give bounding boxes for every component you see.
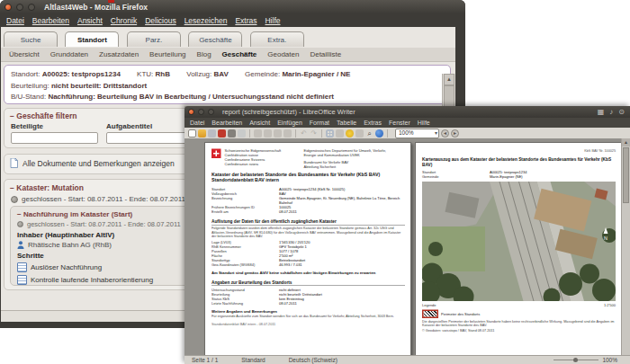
new-document-icon[interactable] (188, 129, 196, 138)
subtab-geodaten[interactable]: Geodaten (267, 50, 299, 58)
status-style[interactable]: Standard (241, 357, 265, 363)
subtab-zusatzdaten[interactable]: Zusatzdaten (99, 50, 139, 58)
menu-ansicht[interactable]: Ansicht (249, 120, 270, 126)
menu-chronik[interactable]: Chronik (111, 16, 137, 25)
menu-einfuegen[interactable]: Einfügen (277, 120, 302, 126)
document-area: Schweizerische Eidgenossenschaft Confédé… (184, 138, 630, 356)
document-page-2: KbS BAV Nr. 100025 Kartenauszug aus dem … (415, 142, 622, 356)
tab-extra[interactable]: Extra. (250, 31, 304, 47)
writer-menubar: Datei Bearbeiten Ansicht Einfügen Format… (184, 118, 630, 128)
menu-hilfe[interactable]: Hilfe (418, 120, 430, 126)
menu-ansicht[interactable]: Ansicht (77, 16, 103, 25)
close-button[interactable] (188, 109, 194, 115)
subtab-geschaefte[interactable]: Geschäfte (222, 50, 257, 58)
menu-bearbeiten[interactable]: Bearbeiten (32, 16, 69, 25)
menu-bearbeiten[interactable]: Bearbeiten (212, 120, 242, 126)
table-icon[interactable] (326, 129, 334, 138)
tab-suche[interactable]: Suche (4, 31, 58, 47)
menu-tabelle[interactable]: Tabelle (337, 120, 356, 126)
copy-icon[interactable] (264, 129, 272, 138)
undo-icon[interactable]: ↶ (300, 129, 308, 138)
open-icon[interactable] (198, 129, 206, 138)
data-label: Letzte Nachführung (212, 301, 279, 306)
gallery-icon[interactable] (346, 129, 354, 138)
next-page-button[interactable]: ▸ (451, 129, 459, 138)
info-label: Standort: (11, 70, 40, 78)
status-page[interactable]: Seite 1 / 1 (192, 357, 218, 363)
scroll-up-icon[interactable]: ▲ (622, 138, 630, 146)
zoom-control[interactable]: 100% (554, 357, 617, 363)
beteiligte-input[interactable] (11, 132, 98, 144)
volume-icon[interactable]: ♪ (609, 108, 613, 116)
close-button[interactable] (4, 4, 12, 11)
export-pdf-icon[interactable] (218, 129, 226, 138)
standort-info-box: Standort: A00025: testprops1234 KTU: RhB… (4, 65, 451, 104)
step-ausloeser-nachfuehrung[interactable]: Auslöser Nachführung (17, 262, 206, 272)
menu-datei[interactable]: Datei (6, 16, 24, 25)
inhaber-name: Rhätische Bahn AG (RhB) (28, 241, 112, 249)
menu-datei[interactable]: Datei (190, 120, 204, 126)
tab-geschaefte[interactable]: Geschäfte (188, 31, 242, 47)
office-lines: Bundesamt für Verkehr BAV Abteilung Sich… (304, 160, 386, 169)
previous-page-button[interactable]: ◂ (441, 129, 449, 138)
subtab-beurteilung[interactable]: Beurteilung (149, 50, 185, 58)
session-menu-icon[interactable]: ⊙ (618, 108, 625, 116)
info-label: B/U-Stand: (11, 93, 46, 101)
confederation-lines: Schweizerische Eidgenossenschaft Confédé… (225, 149, 282, 166)
report-title: Kataster der belasteten Standorte des Bu… (212, 172, 405, 182)
menu-format[interactable]: Format (310, 120, 329, 126)
info-value: kein Ersteintrag (29, 104, 83, 105)
beteiligte-label: Beteiligte (11, 122, 43, 130)
keyboard-indicator-icon[interactable]: ▦ (598, 108, 605, 116)
aufgabentitel-label: Aufgabentitel (106, 122, 152, 130)
menu-delicious[interactable]: Delicious (145, 16, 176, 25)
zoom-slider[interactable] (554, 360, 598, 360)
print-icon[interactable] (228, 129, 236, 138)
writer-titlebar[interactable]: report (schreibgeschützt) - LibreOffice … (184, 106, 630, 118)
maximize-button[interactable] (208, 109, 214, 115)
info-label: Vollzug: (186, 70, 212, 78)
menu-extras[interactable]: Extras (364, 120, 382, 126)
spelling-icon[interactable] (356, 129, 364, 138)
help-icon[interactable] (375, 129, 383, 138)
menu-fenster[interactable]: Fenster (389, 120, 410, 126)
info-label: Gemeinde: (245, 70, 280, 78)
step-label: Auslöser Nachführung (31, 263, 102, 271)
firefox-titlebar[interactable]: Altlast4Web - Mozilla Firefox (0, 0, 465, 13)
menu-lesezeichen[interactable]: Lesezeichen (184, 16, 228, 25)
svg-text:N: N (604, 235, 608, 241)
document-page-1: Schweizerische Eidgenossenschaft Confédé… (204, 142, 411, 356)
all-documents-label: Alle Dokumente und Bemerkungen anzeigen (22, 159, 175, 168)
writer-scrollbar[interactable]: ▲ (621, 138, 630, 356)
aufgabentitel-input[interactable] (106, 132, 194, 144)
scroll-thumb[interactable] (623, 147, 629, 203)
format-paintbrush-icon[interactable] (284, 129, 292, 138)
scroll-up-icon[interactable]: ▲ (444, 74, 454, 85)
save-icon[interactable] (208, 129, 216, 138)
menu-extras[interactable]: Extras (235, 16, 256, 25)
minimize-button[interactable] (198, 109, 204, 115)
zoom-combo[interactable]: 100% (395, 129, 439, 138)
map-title: Kartenauszug aus dem Kataster der belast… (422, 156, 616, 167)
cut-icon[interactable] (254, 129, 262, 138)
zoom-icon[interactable]: ⌕ (365, 129, 374, 138)
subtab-blog[interactable]: Blog (197, 50, 212, 58)
subtab-grunddaten[interactable]: Grunddaten (50, 50, 88, 58)
print-preview-icon[interactable] (238, 129, 246, 138)
meta-value: Marin-Epagnier (NE) (490, 174, 523, 179)
tab-standort[interactable]: Standort (65, 31, 119, 47)
paste-icon[interactable] (274, 129, 282, 138)
map-scale: 1:2'500 (604, 304, 616, 308)
task-icon (17, 262, 27, 272)
subtab-uebersicht[interactable]: Übersicht (9, 50, 40, 58)
status-language[interactable]: Deutsch (Schweiz) (289, 357, 338, 363)
status-closed-icon (17, 221, 23, 227)
menu-hilfe[interactable]: Hilfe (265, 16, 280, 25)
subtab-detailliste[interactable]: Detailliste (310, 50, 341, 58)
tab-parz[interactable]: Parz. (127, 31, 181, 47)
minimize-button[interactable] (16, 4, 23, 11)
redo-icon[interactable]: ↷ (310, 129, 318, 138)
step-kontrolle-inhaberorientierung[interactable]: Kontrolle laufende Inhaberorientierung (17, 275, 206, 285)
hyperlink-icon[interactable] (336, 129, 344, 138)
maximize-button[interactable] (28, 4, 35, 11)
